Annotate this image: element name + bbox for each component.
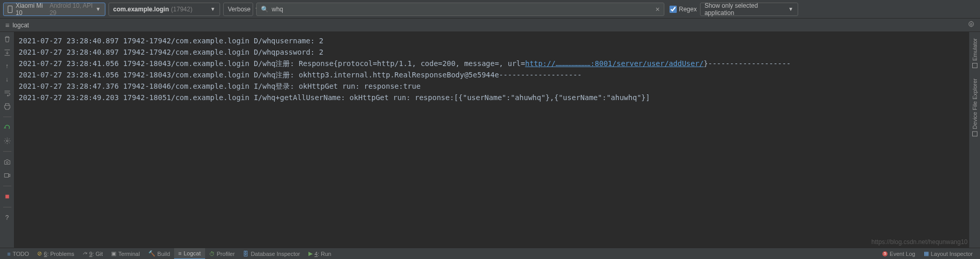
screenshot-icon[interactable]: [3, 158, 11, 166]
log-level-label: Verbose: [228, 6, 251, 13]
folder-icon: [972, 131, 977, 136]
logcat-left-gutter: ↑ ↓ ?: [0, 32, 14, 248]
tab-device-file-explorer[interactable]: Device File Explorer: [972, 73, 978, 141]
tab-run[interactable]: ▶4: Run: [304, 248, 335, 260]
restart-icon[interactable]: [3, 123, 11, 132]
tab-label: Device File Explorer: [972, 78, 978, 129]
separator: [3, 151, 11, 152]
svg-point-0: [6, 140, 8, 142]
soft-wrap-icon[interactable]: [3, 89, 11, 97]
chevron-down-icon: ▼: [96, 6, 101, 12]
log-output[interactable]: 2021-07-27 23:28:40.897 17942-17942/com.…: [14, 32, 969, 248]
log-search-field[interactable]: 🔍 ×: [256, 3, 664, 16]
tab-terminal[interactable]: ▣Terminal: [107, 248, 144, 260]
label: TODO: [12, 251, 29, 257]
logcat-top-toolbar: Xiaomi Mi 10 Android 10, API 29 ▼ com.ex…: [0, 0, 980, 19]
bottom-status-bar: ≡ TODO ⊘ 6: Problems ↱ 9: Git ▣Terminal …: [0, 248, 980, 259]
chevron-down-icon: ▼: [210, 6, 215, 12]
scroll-to-end-icon[interactable]: [3, 48, 11, 57]
chevron-down-icon: ▼: [788, 6, 794, 12]
regex-label: Regex: [679, 6, 697, 13]
tab-label: Emulator: [972, 38, 978, 61]
down-arrow-icon[interactable]: ↓: [3, 75, 11, 84]
logcat-header-title: logcat: [12, 22, 29, 29]
log-line: 2021-07-27 23:28:40.897 17942-17942/com.…: [19, 46, 965, 58]
logcat-main-area: ↑ ↓ ? 2021-07-27 23:28:40.897 17942-1794…: [0, 32, 969, 248]
phone-icon: [8, 6, 12, 13]
tab-emulator[interactable]: Emulator: [972, 33, 978, 73]
clear-search-icon[interactable]: ×: [656, 5, 660, 13]
logcat-icon: ≡: [5, 21, 9, 29]
log-line: 2021-07-27 23:28:40.897 17942-17942/com.…: [19, 35, 965, 46]
separator: [3, 186, 11, 186]
phone-icon: [972, 63, 977, 68]
settings-icon[interactable]: [3, 137, 11, 145]
log-search-input[interactable]: [272, 6, 652, 13]
log-line: 2021-07-27 23:28:47.376 17942-18046/com.…: [19, 80, 965, 92]
log-url-link[interactable]: http://……………………:8001/server/user/addUser…: [525, 59, 704, 68]
tab-logcat[interactable]: ≡Logcat: [174, 248, 205, 260]
help-icon[interactable]: ?: [3, 214, 11, 222]
process-selector[interactable]: com.example.login (17942) ▼: [108, 3, 220, 16]
log-line: 2021-07-27 23:28:41.056 17942-18043/com.…: [19, 69, 965, 80]
tab-database-inspector[interactable]: 🗄Database Inspector: [239, 248, 304, 260]
up-arrow-icon[interactable]: ↑: [3, 62, 11, 70]
regex-checkbox-input[interactable]: [670, 6, 677, 13]
separator: [3, 117, 11, 117]
label: Profiler: [217, 251, 235, 257]
label: Database Inspector: [251, 251, 300, 257]
trash-icon[interactable]: [3, 35, 11, 43]
process-pid: (17942): [171, 6, 192, 13]
label: Terminal: [118, 251, 140, 257]
tab-build[interactable]: 🔨Build: [144, 248, 174, 260]
label: Event Log: [890, 251, 915, 257]
print-icon[interactable]: [3, 102, 11, 110]
tab-profiler[interactable]: ⏱Profiler: [205, 248, 239, 260]
watermark: https://blog.csdn.net/hequnwang10: [872, 238, 968, 246]
log-line: 2021-07-27 23:28:49.203 17942-18051/com.…: [19, 92, 965, 103]
screen-record-icon[interactable]: [3, 171, 11, 180]
device-selector[interactable]: Xiaomi Mi 10 Android 10, API 29 ▼: [3, 3, 105, 16]
filter-label: Show only selected application: [705, 2, 788, 17]
error-badge: 5: [882, 251, 888, 256]
process-name: com.example.login: [113, 6, 169, 13]
tab-git[interactable]: ↱ 9: Git: [79, 248, 107, 260]
gear-icon[interactable]: [968, 21, 975, 29]
regex-checkbox[interactable]: Regex: [670, 6, 697, 13]
right-tool-tabs: Emulator Device File Explorer: [969, 32, 980, 248]
event-log-button[interactable]: 5 Event Log: [878, 248, 920, 260]
tab-todo[interactable]: ≡ TODO: [3, 248, 33, 260]
log-level-selector[interactable]: Verbose ▼: [223, 3, 253, 16]
log-line: 2021-07-27 23:28:41.056 17942-18043/com.…: [19, 58, 965, 69]
logcat-header-row: ≡ logcat: [0, 19, 980, 32]
label: Logcat: [184, 250, 201, 256]
svg-rect-1: [4, 174, 8, 177]
layout-inspector-button[interactable]: ▦Layout Inspector: [920, 248, 977, 260]
separator: [3, 207, 11, 207]
label: Build: [158, 251, 170, 257]
stop-icon[interactable]: [3, 192, 11, 201]
svg-rect-2: [5, 195, 9, 199]
search-icon: 🔍: [261, 6, 269, 13]
filter-selector[interactable]: Show only selected application ▼: [700, 3, 798, 16]
device-api: Android 10, API 29: [50, 2, 96, 17]
label: Layout Inspector: [931, 251, 973, 257]
device-name: Xiaomi Mi 10: [15, 2, 48, 17]
tab-problems[interactable]: ⊘ 6: Problems: [33, 248, 79, 260]
